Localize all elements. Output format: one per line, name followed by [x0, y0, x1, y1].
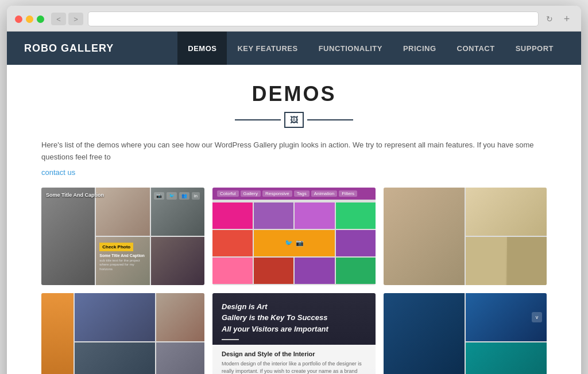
close-button[interactable] — [15, 15, 22, 23]
maximize-button[interactable] — [37, 15, 44, 23]
browser-window: < > ↻ + ROBO GALLERY DEMOS KEY FEATURES … — [7, 6, 581, 374]
gallery-grid-row2: ▶ Design is ArtGallery is the Key To Suc… — [41, 293, 547, 374]
title-line-right — [307, 119, 353, 120]
nav-item-functionality[interactable]: FUNCTIONALITY — [308, 32, 393, 65]
main-content: DEMOS 🖼 Here's list of the demos where y… — [7, 65, 581, 374]
nav-item-support[interactable]: SUPPORT — [505, 32, 564, 65]
gallery-item-3[interactable] — [384, 188, 547, 285]
gallery-item-6[interactable]: v — [384, 293, 547, 374]
page-title: DEMOS — [41, 82, 547, 106]
new-tab-button[interactable]: + — [560, 13, 573, 25]
title-line-left — [235, 119, 281, 120]
page-title-section: DEMOS 🖼 — [41, 82, 547, 128]
gallery-icon: 🖼 — [284, 112, 304, 128]
page-description: Here's list of the demos where you can s… — [41, 139, 547, 163]
browser-nav: < > — [51, 13, 83, 25]
title-decoration: 🖼 — [41, 112, 547, 128]
nav-item-demos[interactable]: DEMOS — [177, 32, 227, 65]
refresh-button[interactable]: ↻ — [543, 13, 556, 25]
website-content: ROBO GALLERY DEMOS KEY FEATURES FUNCTION… — [7, 32, 581, 374]
nav-menu: DEMOS KEY FEATURES FUNCTIONALITY PRICING… — [177, 32, 564, 65]
site-logo: ROBO GALLERY — [24, 42, 114, 54]
gallery-item-5[interactable]: Design is ArtGallery is the Key To Succe… — [212, 293, 376, 374]
address-bar[interactable] — [88, 11, 539, 26]
back-button[interactable]: < — [51, 13, 66, 25]
nav-item-contact[interactable]: CONTACT — [447, 32, 505, 65]
contact-link[interactable]: contact us — [41, 168, 75, 177]
browser-titlebar: < > ↻ + — [7, 6, 581, 32]
window-controls — [15, 15, 44, 23]
gallery-grid-row1: Check Photo Some Title And Caption sub t… — [41, 188, 547, 285]
nav-item-key-features[interactable]: KEY FEATURES — [227, 32, 308, 65]
nav-item-pricing[interactable]: PRICING — [393, 32, 447, 65]
gallery-item-4[interactable]: ▶ — [41, 293, 204, 374]
minimize-button[interactable] — [26, 15, 33, 23]
gallery-item-2[interactable]: Colorful Gallery Responsive Tags Animati… — [212, 188, 376, 285]
forward-button[interactable]: > — [68, 13, 83, 25]
site-navigation: ROBO GALLERY DEMOS KEY FEATURES FUNCTION… — [7, 32, 581, 65]
gallery-item-1[interactable]: Check Photo Some Title And Caption sub t… — [41, 188, 204, 285]
